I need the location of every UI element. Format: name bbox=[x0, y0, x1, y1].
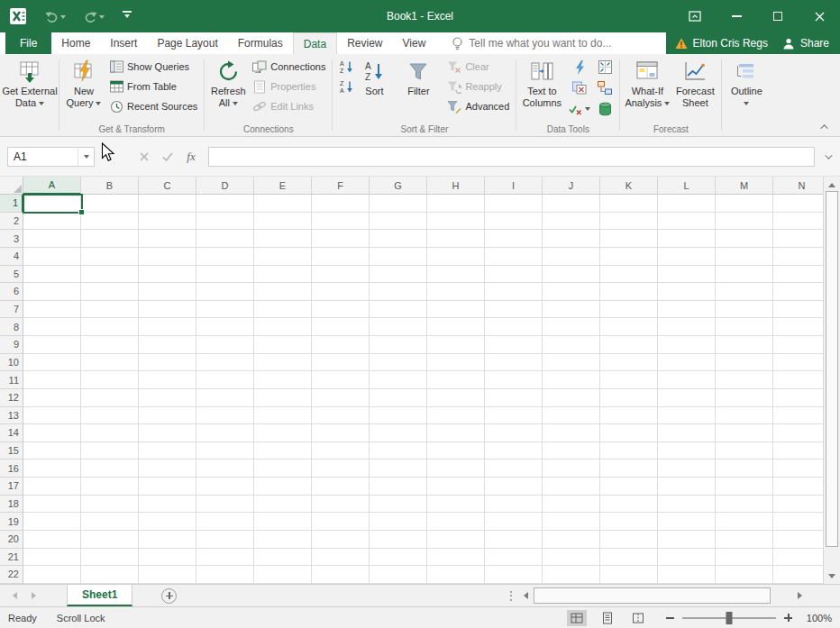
cell-G2[interactable] bbox=[370, 213, 427, 231]
formula-input[interactable] bbox=[208, 147, 815, 167]
cell-E12[interactable] bbox=[254, 389, 312, 407]
filter-button[interactable]: Filter bbox=[398, 57, 438, 110]
cell-F8[interactable] bbox=[312, 318, 370, 336]
cell-F9[interactable] bbox=[312, 336, 370, 354]
cell-E8[interactable] bbox=[254, 318, 312, 336]
cell-N17[interactable] bbox=[773, 478, 823, 496]
cell-H10[interactable] bbox=[427, 354, 485, 372]
sheet-tab-sheet1[interactable]: Sheet1 bbox=[67, 585, 132, 606]
cell-N6[interactable] bbox=[773, 283, 823, 301]
cell-H8[interactable] bbox=[427, 318, 485, 336]
cell-E6[interactable] bbox=[254, 283, 312, 301]
cell-J18[interactable] bbox=[543, 496, 600, 514]
manage-data-model-button[interactable] bbox=[593, 98, 616, 119]
cell-D6[interactable] bbox=[196, 283, 254, 301]
cell-B8[interactable] bbox=[81, 318, 139, 336]
cell-F22[interactable] bbox=[312, 566, 370, 584]
cell-E10[interactable] bbox=[254, 354, 312, 372]
cell-D4[interactable] bbox=[196, 248, 254, 266]
scroll-up-button[interactable] bbox=[824, 179, 840, 190]
undo-dropdown-arrow[interactable] bbox=[60, 15, 66, 19]
cell-I16[interactable] bbox=[485, 460, 543, 478]
cell-G22[interactable] bbox=[370, 566, 427, 584]
cell-J15[interactable] bbox=[543, 442, 600, 460]
cell-M12[interactable] bbox=[716, 389, 773, 407]
name-box-dropdown[interactable] bbox=[78, 148, 94, 166]
cell-D19[interactable] bbox=[196, 513, 254, 531]
excel-app-icon[interactable] bbox=[9, 7, 27, 25]
page-layout-view-button[interactable] bbox=[598, 610, 617, 626]
cell-I11[interactable] bbox=[485, 371, 543, 389]
cell-A17[interactable] bbox=[23, 478, 81, 496]
cell-A14[interactable] bbox=[23, 424, 81, 442]
page-break-preview-button[interactable] bbox=[628, 610, 648, 626]
tab-review[interactable]: Review bbox=[337, 32, 392, 54]
cell-J16[interactable] bbox=[543, 460, 600, 478]
cell-J8[interactable] bbox=[543, 318, 600, 336]
cell-G17[interactable] bbox=[370, 478, 427, 496]
cell-I19[interactable] bbox=[485, 513, 543, 531]
cell-H16[interactable] bbox=[427, 460, 485, 478]
cell-L13[interactable] bbox=[658, 407, 716, 425]
cell-N11[interactable] bbox=[773, 371, 823, 389]
new-sheet-button[interactable] bbox=[161, 588, 177, 604]
cell-F1[interactable] bbox=[312, 195, 370, 213]
account-user-button[interactable]: Elton Cris Regs bbox=[675, 37, 768, 50]
cell-M18[interactable] bbox=[716, 496, 773, 514]
cell-D5[interactable] bbox=[196, 266, 254, 284]
column-header-J[interactable]: J bbox=[543, 177, 600, 195]
cell-A11[interactable] bbox=[23, 371, 81, 389]
cell-K11[interactable] bbox=[600, 371, 658, 389]
cell-G15[interactable] bbox=[370, 442, 427, 460]
cell-F17[interactable] bbox=[312, 478, 370, 496]
row-header-4[interactable]: 4 bbox=[0, 248, 23, 266]
row-header-14[interactable]: 14 bbox=[0, 424, 23, 442]
normal-view-button[interactable] bbox=[567, 610, 587, 626]
cell-D16[interactable] bbox=[196, 460, 254, 478]
cell-C21[interactable] bbox=[139, 549, 196, 567]
cell-C12[interactable] bbox=[139, 389, 196, 407]
flash-fill-button[interactable] bbox=[566, 57, 593, 77]
cell-D14[interactable] bbox=[196, 424, 254, 442]
cell-J4[interactable] bbox=[543, 248, 600, 266]
reapply-filter-button[interactable]: Reapply bbox=[443, 77, 513, 96]
cell-L22[interactable] bbox=[658, 566, 716, 584]
cell-B6[interactable] bbox=[81, 283, 139, 301]
cell-D8[interactable] bbox=[196, 318, 254, 336]
cell-F15[interactable] bbox=[312, 442, 370, 460]
cell-A18[interactable] bbox=[23, 496, 81, 514]
cell-M10[interactable] bbox=[716, 354, 773, 372]
cell-I17[interactable] bbox=[485, 478, 543, 496]
cell-L3[interactable] bbox=[658, 230, 716, 248]
cell-N20[interactable] bbox=[773, 531, 823, 549]
cell-D22[interactable] bbox=[196, 566, 254, 584]
cell-I12[interactable] bbox=[485, 389, 543, 407]
cell-K8[interactable] bbox=[600, 318, 658, 336]
cell-A19[interactable] bbox=[23, 513, 81, 531]
properties-button[interactable]: Properties bbox=[249, 77, 329, 96]
cell-J7[interactable] bbox=[543, 301, 600, 319]
cell-B14[interactable] bbox=[81, 424, 139, 442]
cell-B21[interactable] bbox=[81, 549, 139, 567]
cell-E5[interactable] bbox=[254, 266, 312, 284]
ribbon-display-options-button[interactable] bbox=[674, 0, 716, 32]
cell-J13[interactable] bbox=[543, 407, 600, 425]
cell-L15[interactable] bbox=[658, 442, 716, 460]
cell-H13[interactable] bbox=[427, 407, 485, 425]
cell-F10[interactable] bbox=[312, 354, 370, 372]
cell-A9[interactable] bbox=[23, 336, 81, 354]
cell-B11[interactable] bbox=[81, 371, 139, 389]
cell-E18[interactable] bbox=[254, 496, 312, 514]
cell-K14[interactable] bbox=[600, 424, 658, 442]
cell-D7[interactable] bbox=[196, 301, 254, 319]
cell-J6[interactable] bbox=[543, 283, 600, 301]
cell-M11[interactable] bbox=[716, 371, 773, 389]
row-header-21[interactable]: 21 bbox=[0, 549, 23, 567]
cell-I3[interactable] bbox=[485, 230, 543, 248]
cell-I22[interactable] bbox=[485, 566, 543, 584]
cell-L9[interactable] bbox=[658, 336, 716, 354]
cell-G11[interactable] bbox=[370, 371, 427, 389]
expand-formula-bar-button[interactable] bbox=[818, 147, 836, 167]
cell-L8[interactable] bbox=[658, 318, 716, 336]
enter-button[interactable] bbox=[156, 147, 179, 167]
